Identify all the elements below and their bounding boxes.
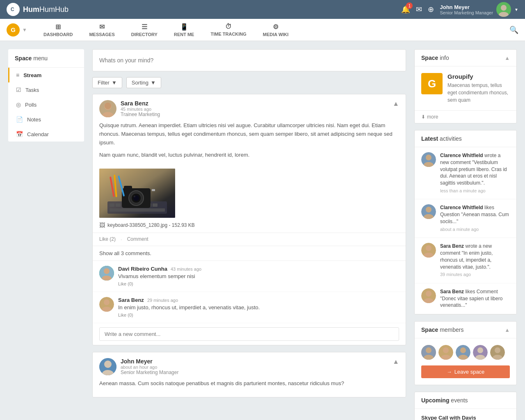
nav-directory[interactable]: ☰ DIRECTORY xyxy=(123,21,166,39)
messages-button[interactable]: ✉ xyxy=(416,5,422,14)
time-tracking-icon: ⏱ xyxy=(225,23,232,30)
nav-media-wiki[interactable]: ⚙ MEDIA WIKI xyxy=(255,21,297,39)
post-author-name-2: John Meyer xyxy=(121,358,178,365)
nav-dashboard[interactable]: ⊞ DASHBOARD xyxy=(35,21,81,39)
space-selector[interactable]: G ▼ xyxy=(7,23,27,37)
search-button[interactable]: 🔍 xyxy=(509,25,518,34)
activities-header: Latest activities xyxy=(415,130,516,147)
svg-rect-16 xyxy=(153,203,158,207)
comment-avatar-1 xyxy=(99,266,114,281)
space-more-link[interactable]: ⬇ more xyxy=(415,110,516,123)
post-file-1: 🖼 keyboard-338505_1280.jpg - 152.93 KB xyxy=(93,222,406,233)
nav-messages[interactable]: ✉ MESSAGES xyxy=(81,21,123,39)
tasks-icon: ☑ xyxy=(16,87,21,93)
post-card-1: Sara Benz 45 minutes ago Trainee Marketi… xyxy=(92,94,406,345)
logo-icon: C xyxy=(7,3,20,16)
svg-rect-24 xyxy=(152,189,155,191)
activity-avatar-1 xyxy=(421,152,436,167)
post-author-info-1: Sara Benz 45 minutes ago Trainee Marketi… xyxy=(121,100,160,117)
svg-point-6 xyxy=(105,103,111,109)
compose-input[interactable] xyxy=(99,55,399,65)
sidebar-item-stream[interactable]: ≡ Stream xyxy=(8,68,84,82)
post-role-2: Senior Marketing Manager xyxy=(121,370,178,375)
activity-text-4: Sara Benz likes Comment "Donec vitae sap… xyxy=(440,288,510,309)
notifications-button[interactable]: 🔔 1 xyxy=(401,5,410,14)
svg-point-5 xyxy=(102,112,114,117)
space-info-collapse[interactable]: ▲ xyxy=(504,55,510,61)
user-avatar xyxy=(496,2,511,17)
member-avatar-3[interactable] xyxy=(456,345,470,360)
post-text-1a: Quisque rutrum. Aenean imperdiet. Etiam … xyxy=(99,121,399,147)
member-avatar-1[interactable] xyxy=(421,345,436,360)
calendar-icon: 📅 xyxy=(16,131,23,137)
space-avatar: G xyxy=(421,73,443,94)
svg-point-29 xyxy=(104,268,110,274)
space-details: Groupify Maecenas tempus, tellus eget co… xyxy=(447,73,510,104)
sorting-button[interactable]: Sorting ▼ xyxy=(126,77,161,88)
comment-author-1: Davi Ribeiro Cunha xyxy=(118,266,167,272)
like-button-1[interactable]: Like (2) xyxy=(99,236,116,242)
comment-button-1[interactable]: Comment xyxy=(127,236,148,242)
help-button[interactable]: ⊕ xyxy=(428,5,434,14)
media-wiki-icon: ⚙ xyxy=(273,23,278,31)
activity-avatar-4 xyxy=(421,288,436,303)
post-header-1: Sara Benz 45 minutes ago Trainee Marketi… xyxy=(93,94,406,121)
activity-text-1: Clarence Whitfield wrote a new comment "… xyxy=(440,152,510,194)
sidebar-item-notes[interactable]: 📄 Notes xyxy=(8,112,84,127)
space-info-body: G Groupify Maecenas tempus, tellus eget … xyxy=(415,66,516,110)
activity-text-3: Sara Benz wrote a new comment "In enim j… xyxy=(440,243,510,278)
sorting-dropdown-icon: ▼ xyxy=(151,80,156,86)
file-icon: 🖼 xyxy=(99,222,105,228)
post-author-1: Sara Benz 45 minutes ago Trainee Marketi… xyxy=(99,100,160,117)
svg-text:C: C xyxy=(11,7,14,12)
activity-avatar-3 xyxy=(421,243,436,258)
comment-author-line-2: Sara Benz 29 minutes ago xyxy=(118,297,399,303)
member-avatar-5[interactable] xyxy=(490,345,505,360)
right-sidebar: Space info ▲ G Groupify Maecenas tempus,… xyxy=(414,49,517,420)
nav-time-tracking[interactable]: ⏱ TIME TRACKING xyxy=(202,21,254,39)
leave-space-button[interactable]: → Leave space xyxy=(421,365,510,378)
post-collapse-2[interactable]: ▲ xyxy=(393,358,399,365)
show-all-comments-1[interactable]: Show all 3 comments. xyxy=(93,246,406,261)
svg-point-23 xyxy=(134,196,135,197)
members-collapse[interactable]: ▲ xyxy=(504,327,510,333)
logo-area: C HumHumHub xyxy=(7,3,68,16)
rent-me-icon: 📱 xyxy=(180,23,188,31)
sidebar-item-tasks[interactable]: ☑ Tasks xyxy=(8,82,84,97)
latest-activities-card: Latest activities Clarence Whitfield wr xyxy=(414,130,517,315)
nav-rent-me[interactable]: 📱 RENT ME xyxy=(166,21,203,39)
comment-text-1: Vivamus elementum semper nisi xyxy=(118,273,399,279)
leave-icon: → xyxy=(447,369,452,375)
sidebar-item-polls[interactable]: ◎ Polls xyxy=(8,97,84,112)
space-description: Maecenas tempus, tellus eget condimentum… xyxy=(447,82,510,104)
svg-point-47 xyxy=(426,291,431,297)
svg-point-32 xyxy=(104,299,110,305)
svg-point-59 xyxy=(477,347,483,353)
comment-like-1[interactable]: Like (0) xyxy=(118,281,133,286)
svg-point-44 xyxy=(426,245,431,251)
comment-author-line-1: Davi Ribeiro Cunha 43 minutes ago xyxy=(118,266,399,272)
filter-button[interactable]: Filter ▼ xyxy=(92,77,122,88)
write-comment-input-1[interactable] xyxy=(99,327,399,341)
post-time-2: about an hour ago xyxy=(121,365,178,370)
activities-body: Clarence Whitfield wrote a new comment "… xyxy=(415,147,516,314)
activity-time-1: less than a minute ago xyxy=(440,188,510,194)
post-avatar-john xyxy=(99,358,116,375)
messages-icon: ✉ xyxy=(99,23,105,31)
sidebar-item-calendar[interactable]: 📅 Calendar xyxy=(8,127,84,142)
member-avatar-4[interactable] xyxy=(473,345,488,360)
member-avatar-2[interactable] xyxy=(438,345,453,360)
svg-point-2 xyxy=(501,5,507,11)
space-name: Groupify xyxy=(447,73,510,80)
user-dropdown-icon: ▼ xyxy=(514,7,518,12)
comment-time-2: 29 minutes ago xyxy=(147,298,178,303)
filter-dropdown-icon: ▼ xyxy=(112,80,117,86)
main-content: Filter ▼ Sorting ▼ xyxy=(92,49,406,420)
post-body-1: Quisque rutrum. Aenean imperdiet. Etiam … xyxy=(93,121,406,169)
post-collapse-1[interactable]: ▲ xyxy=(393,100,399,107)
comment-like-2[interactable]: Like (0) xyxy=(118,313,133,317)
top-nav-right: 🔔 1 ✉ ⊕ John Meyer Senior Marketing Mana… xyxy=(401,2,518,17)
user-menu[interactable]: John Meyer Senior Marketing Manager ▼ xyxy=(440,2,518,17)
post-author-2: John Meyer about an hour ago Senior Mark… xyxy=(99,358,178,375)
page-layout: Space menu ≡ Stream ☑ Tasks ◎ Polls 📄 No… xyxy=(0,41,525,420)
